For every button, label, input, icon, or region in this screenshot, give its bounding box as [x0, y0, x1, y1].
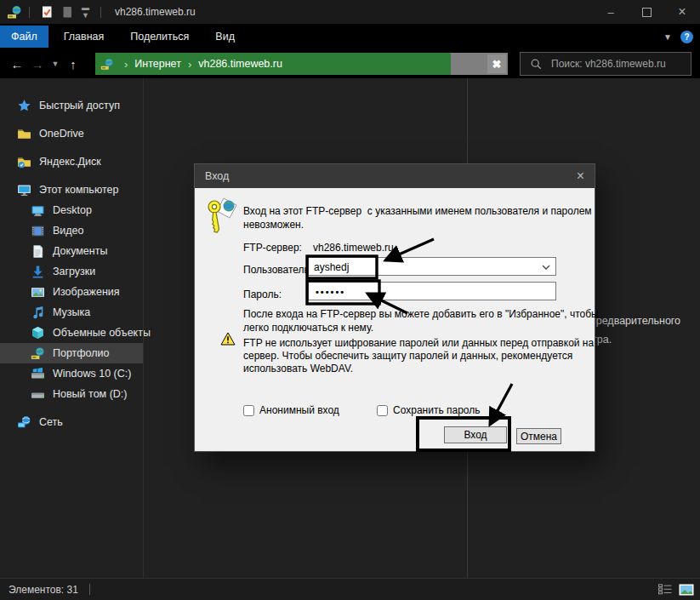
network-icon: [17, 415, 31, 430]
sidebar-item-quick-access-star[interactable]: Быстрый доступ: [0, 95, 143, 116]
explorer-window: { "titlebar": { "title": "vh286.timeweb.…: [0, 0, 700, 600]
sidebar-item-this-pc[interactable]: Этот компьютер: [0, 180, 143, 200]
dialog-close-icon[interactable]: ×: [577, 169, 584, 183]
collapse-ribbon-icon[interactable]: ▼: [663, 32, 672, 42]
ftp-server-label: FTP-сервер:: [243, 242, 302, 254]
details-view-icon[interactable]: [658, 584, 672, 595]
dialog-body: Вход на этот FTP-сервер с указанными име…: [195, 188, 595, 451]
address-bar: ← → ▼ ↑ › Интернет › vh286.timeweb.ru ✖: [0, 49, 700, 78]
dialog-title-bar[interactable]: Вход ×: [195, 164, 595, 188]
breadcrumb-chevron-icon[interactable]: ›: [124, 58, 128, 71]
ribbon-right-controls: ▼ ?: [663, 31, 693, 43]
dialog-title: Вход: [205, 170, 229, 182]
anonymous-login-checkbox[interactable]: [243, 405, 254, 416]
recent-locations-chevron-icon[interactable]: ▼: [48, 60, 63, 68]
sidebar-item-pictures[interactable]: Изображения: [0, 282, 143, 302]
breadcrumb-segment-internet[interactable]: Интернет: [134, 58, 181, 70]
username-input[interactable]: [309, 258, 528, 277]
ftp-logon-dialog: Вход × Вход на этот FTP-сервер с указанн…: [195, 164, 595, 451]
password-input[interactable]: [309, 283, 547, 301]
sidebar-item-objects-3d[interactable]: Объемные объекты: [0, 323, 143, 343]
documents-icon: [31, 244, 45, 259]
sidebar-item-desktop[interactable]: Desktop: [0, 200, 143, 220]
thumbnail-view-icon[interactable]: [679, 584, 694, 596]
title-bar: ▬▼ vh286.timeweb.ru – ×: [0, 0, 700, 24]
breadcrumb-segment-host[interactable]: vh286.timeweb.ru: [198, 58, 282, 70]
search-icon: [531, 59, 542, 70]
pane-splitter[interactable]: [143, 78, 144, 578]
status-bar: Элементов: 31: [0, 578, 700, 600]
combobox-chevron-down-icon[interactable]: [542, 265, 550, 270]
properties-check-icon[interactable]: [40, 5, 54, 19]
yandex-disk-icon: [17, 155, 31, 169]
navigation-buttons: ← → ▼ ↑: [7, 49, 83, 78]
music-icon: [31, 306, 45, 320]
username-combobox[interactable]: [308, 257, 556, 276]
save-password-checkbox-row: Сохранить пароль: [377, 404, 480, 416]
ftp-site-icon: [31, 346, 45, 361]
objects-3d-icon: [31, 326, 45, 340]
close-button-icon[interactable]: ×: [664, 0, 700, 24]
menu-item-Вид[interactable]: Вид: [204, 26, 246, 48]
sidebar-item-downloads[interactable]: Загрузки: [0, 261, 143, 282]
up-icon[interactable]: ↑: [63, 57, 83, 71]
sidebar-item-network[interactable]: Сеть: [0, 412, 143, 432]
view-toggle-buttons: [658, 584, 694, 596]
toolbar-separator: [29, 7, 30, 18]
address-field[interactable]: › Интернет › vh286.timeweb.ru ✖: [95, 53, 508, 75]
search-box[interactable]: [520, 52, 691, 76]
videos-icon: [31, 224, 45, 238]
breadcrumb: › Интернет › vh286.timeweb.ru: [100, 53, 282, 75]
sidebar-item-drive-windows[interactable]: Windows 10 (C:): [0, 363, 143, 384]
stop-loading-icon[interactable]: ✖: [487, 54, 506, 73]
anonymous-login-checkbox-row: Анонимный вход: [243, 404, 339, 416]
password-field[interactable]: [308, 282, 556, 300]
login-button[interactable]: Вход: [444, 426, 507, 443]
this-pc-icon: [17, 183, 31, 197]
favorites-hint: После входа на FTP-сервер вы можете доба…: [243, 307, 599, 334]
minimize-button-icon[interactable]: –: [593, 0, 629, 24]
ribbon-tabs: Файл Главная Поделиться Вид ▼ ?: [0, 24, 700, 49]
items-count: Элементов: 31: [9, 584, 78, 596]
menu-item-Главная[interactable]: Главная: [53, 26, 116, 48]
drive-icon: [31, 387, 45, 402]
ftp-site-icon: [100, 58, 114, 71]
breadcrumb-chevron-icon[interactable]: ›: [188, 58, 191, 71]
help-icon[interactable]: ?: [680, 31, 693, 43]
warning-icon: [220, 332, 236, 346]
sidebar-item-music[interactable]: Музыка: [0, 302, 143, 323]
window-controls: – ×: [593, 0, 700, 24]
sidebar-item-documents[interactable]: Документы: [0, 241, 143, 261]
navigation-pane: Быстрый доступ OneDrive Яндекс.Диск Этот…: [0, 78, 143, 578]
sidebar-item-onedrive-folder[interactable]: OneDrive: [0, 123, 143, 144]
ftp-app-icon: [7, 5, 22, 20]
ftp-warning-text: FTP не использует шифрование паролей или…: [243, 337, 594, 375]
password-label: Пароль:: [243, 289, 282, 300]
sidebar-item-yandex-disk[interactable]: Яндекс.Диск: [0, 151, 143, 172]
onedrive-folder-icon: [17, 127, 31, 141]
menu-item-Файл[interactable]: Файл: [0, 26, 48, 48]
quick-access-star-icon: [17, 99, 31, 113]
ftp-server-value: vh286.timeweb.ru: [313, 242, 394, 254]
anonymous-login-label: Анонимный вход: [259, 404, 339, 416]
maximize-button-icon[interactable]: [629, 0, 664, 24]
pictures-icon: [31, 285, 45, 300]
downloads-icon: [31, 265, 45, 279]
save-password-checkbox[interactable]: [377, 405, 388, 416]
back-icon[interactable]: ←: [7, 57, 27, 71]
cancel-button[interactable]: Отмена: [516, 428, 561, 444]
quick-access-dropdown-icon[interactable]: ▬▼: [82, 4, 89, 20]
sidebar-item-videos[interactable]: Видео: [0, 220, 143, 241]
desktop-icon: [31, 203, 45, 218]
toolbar-separator: [100, 7, 101, 18]
sidebar-item-ftp-site[interactable]: Портфолио: [0, 343, 143, 363]
window-title: vh286.timeweb.ru: [115, 6, 196, 18]
status-separator: [89, 584, 90, 595]
forward-icon[interactable]: →: [27, 57, 48, 71]
menu-item-Поделиться[interactable]: Поделиться: [119, 26, 200, 48]
sidebar-item-drive[interactable]: Новый том (D:): [0, 384, 143, 404]
new-folder-icon[interactable]: [60, 5, 74, 19]
search-input[interactable]: [549, 57, 680, 71]
dialog-message: Вход на этот FTP-сервер с указанными име…: [243, 204, 592, 231]
key-globe-icon: [206, 197, 240, 236]
